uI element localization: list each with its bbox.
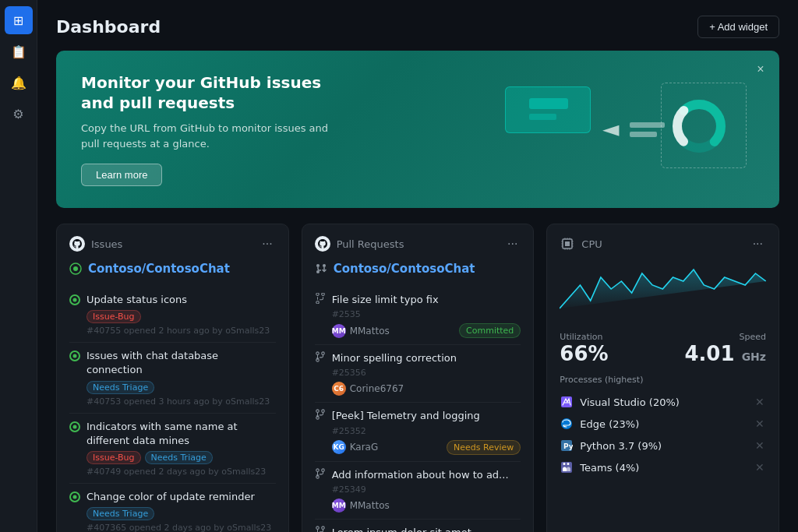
banner-content: Monitor your GitHub issues and pull requ… bbox=[81, 72, 346, 186]
process-item: Py Python 3.7 (9%) ✕ bbox=[560, 435, 766, 456]
issue-title[interactable]: Change color of update reminder bbox=[87, 490, 255, 504]
pr-widget: Pull Requests ··· Contoso/ContosoChat bbox=[302, 224, 535, 532]
process-close-button[interactable]: ✕ bbox=[754, 438, 766, 453]
process-close-button[interactable]: ✕ bbox=[754, 394, 766, 410]
github-icon-pr bbox=[315, 236, 330, 252]
edge-icon bbox=[560, 417, 574, 431]
pr-badge-needs-review: Needs Review bbox=[447, 440, 521, 455]
cpu-chart bbox=[560, 262, 766, 324]
add-widget-button[interactable]: + Add widget bbox=[697, 16, 779, 38]
issue-meta: #40749 opened 2 days ago by oSmalls23 bbox=[87, 467, 276, 477]
illus-donut-container bbox=[661, 83, 747, 168]
pr-title[interactable]: Lorem ipsum dolor sit amet bbox=[332, 526, 471, 532]
processes-header: Processes (highest) bbox=[560, 375, 766, 385]
learn-more-button[interactable]: Learn more bbox=[81, 164, 162, 186]
sidebar-icon-notifications[interactable]: 🔔 bbox=[5, 69, 33, 97]
issue-status-icon bbox=[69, 421, 80, 432]
speed-value: 4.01 GHz bbox=[684, 344, 766, 364]
illus-arrow-icon: ◄ bbox=[602, 116, 620, 142]
illus-inner1 bbox=[529, 98, 568, 109]
illus-line2 bbox=[630, 132, 657, 137]
process-close-button[interactable]: ✕ bbox=[754, 460, 766, 475]
banner-close-button[interactable]: × bbox=[751, 60, 770, 79]
process-name: Python 3.7 (9%) bbox=[580, 440, 662, 452]
pr-number: #25352 bbox=[332, 426, 521, 436]
process-item: Visual Studio (20%) ✕ bbox=[560, 391, 766, 413]
pr-widget-title: Pull Requests bbox=[337, 238, 404, 250]
pr-number: #2535 bbox=[332, 309, 521, 319]
cpu-speed-stat: Speed 4.01 GHz bbox=[684, 332, 766, 364]
issue-meta: #40755 opened 2 hours ago by oSmalls23 bbox=[87, 326, 276, 336]
avatar: KG bbox=[332, 440, 346, 454]
svg-point-11 bbox=[316, 410, 319, 413]
illus-line1 bbox=[630, 122, 665, 128]
pr-badge-committed: Committed bbox=[459, 323, 521, 338]
pr-icon bbox=[315, 293, 326, 304]
pr-title[interactable]: Minor spelling correction bbox=[332, 351, 457, 365]
pr-icon bbox=[315, 468, 326, 479]
svg-point-16 bbox=[321, 468, 324, 471]
issue-item: Indicators with same name at different d… bbox=[69, 414, 276, 484]
banner-illustration: ◄ bbox=[489, 79, 754, 180]
process-item: Edge (23%) ✕ bbox=[560, 413, 766, 435]
pr-icon bbox=[315, 526, 326, 532]
pr-title[interactable]: Add information about how to ad... bbox=[332, 468, 509, 482]
github-icon bbox=[69, 236, 85, 252]
issue-item: Issues with chat database connection Nee… bbox=[69, 343, 276, 413]
issue-title[interactable]: Indicators with same name at different d… bbox=[87, 420, 276, 448]
cpu-more-button[interactable]: ··· bbox=[750, 235, 766, 252]
pr-more-button[interactable]: ··· bbox=[504, 235, 521, 252]
illus-box1 bbox=[505, 86, 591, 133]
avatar: MM bbox=[332, 499, 346, 513]
svg-rect-34 bbox=[561, 396, 572, 407]
issues-widget-header: Issues ··· bbox=[69, 235, 276, 252]
cpu-header-left: CPU bbox=[560, 236, 602, 252]
sidebar: ⊞ 📋 🔔 ⚙ bbox=[0, 0, 37, 532]
utilization-value: 66% bbox=[560, 344, 608, 364]
tag-issue-bug: Issue-Bug bbox=[87, 451, 141, 464]
tag-needs-triage: Needs Triage bbox=[87, 381, 154, 394]
issue-tags: Issue-Bug Needs Triage bbox=[87, 451, 276, 464]
pr-number: #25349 bbox=[332, 484, 521, 495]
svg-point-8 bbox=[316, 352, 319, 355]
sidebar-icon-settings[interactable]: ⚙ bbox=[5, 100, 33, 128]
utilization-label: Utilization bbox=[560, 332, 608, 342]
issue-title[interactable]: Update status icons bbox=[87, 293, 187, 307]
pr-title[interactable]: File size limit typo fix bbox=[332, 293, 439, 307]
issue-status-icon bbox=[69, 491, 80, 502]
svg-point-6 bbox=[323, 264, 326, 267]
pr-author: KG KaraG bbox=[332, 440, 379, 454]
pr-item: Add information about how to ad... #2534… bbox=[315, 462, 521, 520]
speed-unit: GHz bbox=[742, 351, 766, 363]
issue-meta: #407365 opened 2 days ago by oSmalls23 bbox=[87, 523, 276, 532]
pr-author: MM MMattos bbox=[332, 499, 390, 513]
teams-icon bbox=[560, 460, 574, 474]
widgets-grid: Issues ··· Contoso/ContosoChat Update bbox=[56, 224, 779, 532]
tag-needs-triage: Needs Triage bbox=[145, 451, 213, 464]
svg-point-13 bbox=[321, 410, 324, 413]
issues-more-button[interactable]: ··· bbox=[259, 235, 275, 252]
pr-widget-header: Pull Requests ··· bbox=[315, 235, 521, 252]
svg-point-5 bbox=[316, 264, 320, 267]
svg-point-19 bbox=[321, 527, 324, 530]
pr-icon bbox=[315, 351, 326, 362]
pr-repo-name: Contoso/ContosoChat bbox=[315, 262, 521, 276]
process-close-button[interactable]: ✕ bbox=[754, 416, 766, 432]
illus-lines bbox=[630, 122, 665, 137]
svg-point-10 bbox=[321, 352, 324, 355]
sidebar-icon-home[interactable]: ⊞ bbox=[5, 6, 33, 34]
issue-tags: Needs Triage bbox=[87, 507, 276, 520]
issues-header-left: Issues bbox=[69, 236, 122, 252]
pr-item: File size limit typo fix #2535 MM MMatto… bbox=[315, 287, 521, 345]
cpu-utilization-stat: Utilization 66% bbox=[560, 332, 608, 364]
banner-description: Copy the URL from GitHub to monitor issu… bbox=[81, 121, 346, 151]
issues-widget-title: Issues bbox=[91, 238, 122, 250]
sidebar-icon-boards[interactable]: 📋 bbox=[5, 37, 33, 65]
pr-title[interactable]: [Peek] Telemetry and logging bbox=[332, 409, 480, 423]
issue-item: Update status icons Issue-Bug #40755 ope… bbox=[69, 287, 276, 343]
issue-tags: Needs Triage bbox=[87, 381, 276, 394]
issue-tags: Issue-Bug bbox=[87, 310, 276, 323]
issue-title[interactable]: Issues with chat database connection bbox=[87, 349, 276, 377]
process-item: Teams (4%) ✕ bbox=[560, 456, 766, 478]
pr-author: C6 Corine6767 bbox=[332, 382, 404, 396]
